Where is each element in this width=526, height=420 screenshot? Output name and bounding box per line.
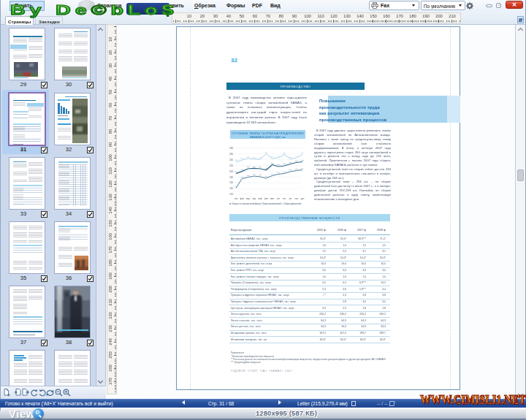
svg-text:май: май	[259, 197, 262, 200]
svg-text:224: 224	[289, 161, 292, 163]
svg-text:сен: сен	[283, 197, 286, 200]
svg-text:120: 120	[229, 193, 233, 196]
svg-text:208: 208	[259, 166, 262, 167]
svg-text:242: 242	[289, 156, 292, 158]
svg-text:180: 180	[229, 176, 233, 179]
svg-text:июл: июл	[270, 197, 275, 200]
svg-text:240: 240	[229, 159, 233, 161]
svg-text:220: 220	[229, 164, 233, 167]
svg-text:Сборка на главном конвейере: Сборка на главном конвейере	[232, 202, 259, 205]
svg-text:окт: окт	[289, 197, 292, 200]
svg-text:229: 229	[295, 160, 298, 161]
svg-text:208: 208	[247, 166, 250, 167]
svg-text:204: 204	[301, 167, 304, 169]
svg-text:246: 246	[295, 155, 298, 156]
svg-text:198: 198	[289, 169, 292, 170]
svg-text:180: 180	[259, 174, 262, 175]
svg-text:199: 199	[241, 169, 244, 170]
svg-text:218: 218	[283, 163, 286, 164]
svg-text:183: 183	[253, 173, 256, 175]
svg-text:189: 189	[277, 172, 280, 173]
svg-text:ноя: ноя	[294, 197, 298, 200]
svg-text:202: 202	[295, 168, 298, 169]
svg-text:246: 246	[277, 155, 280, 156]
svg-text:238: 238	[241, 157, 244, 159]
svg-text:242: 242	[253, 156, 256, 158]
svg-text:257: 257	[301, 152, 304, 153]
svg-text:260: 260	[265, 151, 268, 153]
svg-text:дек: дек	[301, 197, 305, 200]
svg-text:184: 184	[271, 173, 274, 175]
svg-text:280: 280	[229, 147, 233, 150]
svg-text:210: 210	[253, 166, 256, 167]
svg-text:257: 257	[283, 152, 286, 153]
svg-text:178: 178	[247, 175, 250, 176]
svg-text:апр: апр	[252, 197, 256, 200]
svg-text:мар: мар	[246, 197, 250, 200]
svg-text:Сборка двигателей: Сборка двигателей	[283, 202, 301, 205]
svg-text:222: 222	[271, 162, 274, 164]
svg-text:фев: фев	[240, 197, 245, 200]
svg-text:янв: янв	[235, 197, 238, 200]
svg-text:авг: авг	[277, 197, 280, 200]
svg-text:140: 140	[229, 187, 233, 190]
svg-text:260: 260	[229, 153, 233, 156]
svg-text:232: 232	[301, 159, 304, 161]
svg-text:215: 215	[277, 164, 280, 165]
svg-text:243: 243	[271, 156, 274, 157]
svg-text:200: 200	[229, 170, 233, 173]
svg-text:июн: июн	[264, 197, 269, 200]
svg-text:160: 160	[229, 181, 233, 184]
svg-text:Сборка автомобилей: Сборка автомобилей	[262, 202, 281, 205]
svg-text:245: 245	[247, 156, 250, 157]
